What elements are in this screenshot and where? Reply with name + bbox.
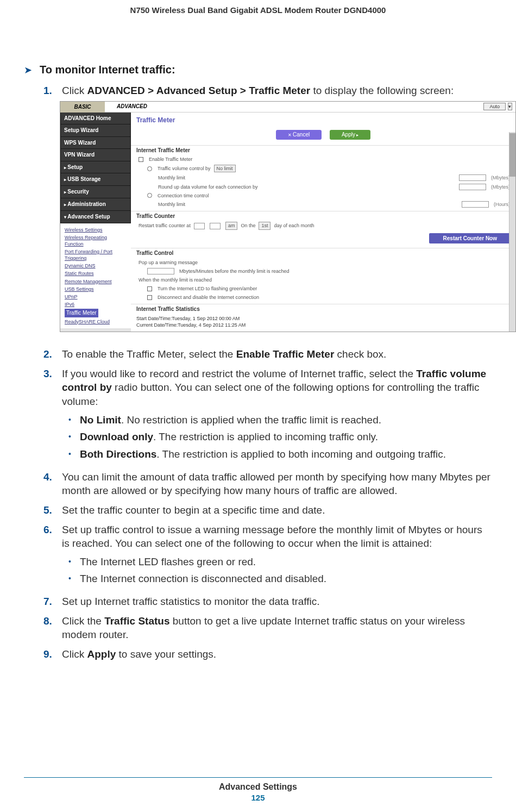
input-monthly-limit[interactable] (459, 174, 486, 181)
sub-text: The Internet connection is disconnected … (80, 572, 326, 586)
label-round-up: Round up data volume for each connection… (158, 184, 456, 190)
sub-text: . The restriction is applied to both inc… (156, 448, 446, 460)
step-number: 1. (43, 84, 54, 342)
step-body: To enable the Traffic Meter, select the … (62, 347, 492, 361)
step-body: Click ADVANCED > Advanced Setup > Traffi… (62, 84, 516, 342)
step-text: check box. (334, 348, 386, 360)
tab-advanced[interactable]: ADVANCED (105, 102, 159, 113)
nav-advanced-setup[interactable]: Advanced Setup (60, 211, 131, 223)
subnav-static-routes[interactable]: Static Routes (65, 270, 127, 277)
nav-usb-storage[interactable]: USB Storage (60, 173, 131, 186)
subnav-wireless-repeating[interactable]: Wireless Repeating Function (65, 234, 127, 247)
pane-title: Traffic Meter (131, 113, 515, 128)
step-number: 6. (43, 523, 54, 590)
label-monthly-limit-hours: Monthly limit (158, 201, 458, 208)
section-traffic-counter: Traffic Counter (131, 211, 515, 221)
doc-header-title: N750 Wireless Dual Band Gigabit ADSL Mod… (24, 5, 492, 15)
step-body: Set up Internet traffic statistics to mo… (62, 595, 492, 609)
input-round-up[interactable] (459, 184, 486, 190)
nav-setup-wizard[interactable]: Setup Wizard (60, 124, 131, 137)
input-min[interactable] (210, 223, 221, 229)
dropdown-icon[interactable]: ▾ (508, 103, 512, 110)
label-popup-warning: Pop up a warning message (139, 259, 198, 266)
nav-wps-wizard[interactable]: WPS Wizard (60, 137, 131, 149)
label-dayof: day of each month (274, 222, 314, 229)
checkbox-led[interactable] (147, 286, 152, 291)
step-body: Set the traffic counter to begin at a sp… (62, 503, 492, 517)
sub-text: The Internet LED flashes green or red. (80, 555, 256, 569)
label-monthly-limit: Monthly limit (158, 174, 456, 181)
section-traffic-control: Traffic Control (131, 248, 515, 258)
sub-text: . The restriction is applied to incoming… (153, 431, 378, 442)
nav-administration[interactable]: Administration (60, 198, 131, 211)
unit-mbytes: (Mbytes) (491, 174, 510, 181)
input-warning-before[interactable] (147, 268, 174, 274)
step-text: Click (62, 648, 87, 660)
step-bold: Enable Traffic Meter (236, 348, 335, 360)
label-onthe: On the (241, 222, 255, 229)
step-bold: ADVANCED > Advanced Setup > Traffic Mete… (87, 85, 310, 96)
label-connection-time: Connection time control (158, 192, 209, 199)
step-text: Click (62, 85, 87, 96)
step-text: To enable the Traffic Meter, select the (62, 348, 236, 360)
bullet-icon: • (68, 447, 71, 461)
radio-connection-time[interactable] (147, 193, 152, 198)
apply-button[interactable]: Apply (330, 130, 370, 140)
restart-counter-button[interactable]: Restart Counter Now (429, 233, 511, 244)
section-traffic-stats: Internet Traffic Statistics (131, 304, 515, 314)
subnav-traffic-meter[interactable]: Traffic Meter (65, 309, 98, 317)
label-restart-at: Restart traffic counter at (139, 222, 191, 229)
subnav-dynamic-dns[interactable]: Dynamic DNS (65, 263, 127, 269)
subnav-ipv6[interactable]: IPv6 (65, 301, 127, 308)
select-day[interactable]: 1st (259, 222, 270, 229)
sub-bold: Download only (80, 431, 153, 442)
step-number: 5. (43, 503, 54, 517)
select-volume[interactable]: No limit (214, 165, 236, 172)
label-led-flash: Turn the Internet LED to flashing green/… (158, 285, 257, 292)
input-hour[interactable] (194, 223, 205, 229)
scrollbar[interactable] (509, 132, 515, 332)
main-pane: Traffic Meter Cancel Apply Internet Traf… (131, 113, 515, 332)
subnav-readyshare[interactable]: ReadySHARE Cloud (65, 318, 127, 325)
sub-bold: No Limit (80, 414, 121, 426)
step-body: Set up traffic control to issue a warnin… (62, 523, 492, 590)
input-monthly-hours[interactable] (462, 201, 489, 208)
subnav-usb-settings[interactable]: USB Settings (65, 286, 127, 292)
label-before-limit: Mbytes/Minutes before the monthly limit … (179, 268, 290, 274)
arrow-bullet-icon: ➤ (24, 65, 32, 75)
subnav: Wireless Settings Wireless Repeating Fun… (60, 223, 131, 328)
subnav-remote-management[interactable]: Remote Management (65, 278, 127, 285)
step-body: Click Apply to save your settings. (62, 647, 492, 661)
radio-volume-control[interactable] (147, 166, 152, 171)
footer-section: Advanced Settings (24, 782, 492, 792)
step-text: to save your settings. (116, 648, 216, 660)
footer-page-number: 125 (24, 793, 492, 802)
nav-security[interactable]: Security (60, 186, 131, 198)
step-text: radio button. You can select one of the … (62, 382, 480, 407)
bullet-icon: • (68, 430, 71, 444)
nav-setup[interactable]: Setup (60, 161, 131, 174)
nav-vpn-wizard[interactable]: VPN Wizard (60, 149, 131, 161)
section-internet-traffic-meter: Internet Traffic Meter (131, 145, 515, 155)
label-enable-traffic-meter: Enable Traffic Meter (149, 156, 192, 163)
stats-current-datetime: Current Date/Time:Tuesday, 4 Sep 2012 11… (136, 322, 510, 328)
stats-start-datetime: Start Date/Time:Tuesday, 1 Sep 2012 00:0… (136, 315, 510, 322)
subnav-port-forwarding[interactable]: Port Forwarding / Port Triggering (65, 248, 127, 261)
auto-select[interactable]: Auto (483, 103, 506, 110)
step-number: 4. (43, 470, 54, 498)
sub-text: . No restriction is applied when the tra… (121, 414, 381, 426)
step-bold: Apply (87, 648, 116, 660)
cancel-button[interactable]: Cancel (276, 130, 322, 140)
step-body: Click the Traffic Status button to get a… (62, 614, 492, 642)
subnav-wireless-settings[interactable]: Wireless Settings (65, 227, 127, 233)
bullet-icon: • (68, 555, 71, 569)
step-number: 7. (43, 595, 54, 609)
step-number: 9. (43, 647, 54, 661)
nav-advanced-home[interactable]: ADVANCED Home (60, 113, 131, 125)
checkbox-enable[interactable] (139, 157, 143, 162)
step-text: If you would like to record and restrict… (62, 368, 416, 379)
select-ampm[interactable]: am (225, 222, 238, 229)
subnav-upnp[interactable]: UPnP (65, 293, 127, 300)
checkbox-disconnect[interactable] (147, 295, 152, 300)
tab-basic[interactable]: BASIC (60, 102, 105, 113)
